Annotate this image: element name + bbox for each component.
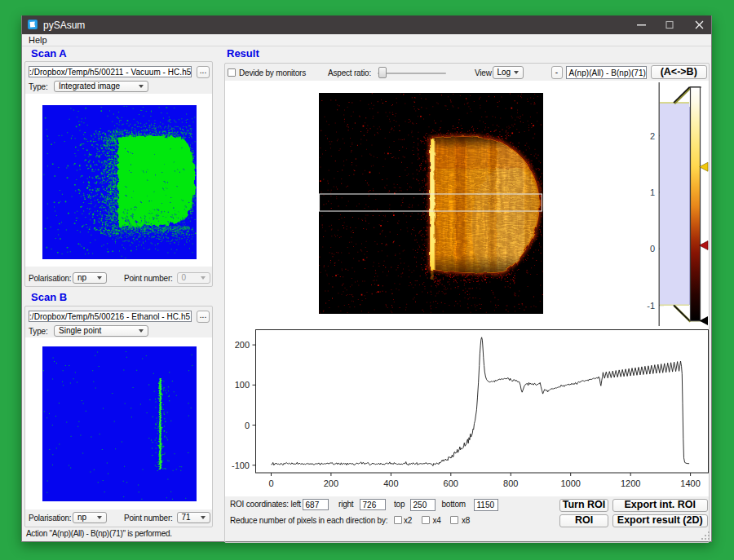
svg-text:800: 800 [503, 478, 518, 488]
svg-text:1400: 1400 [680, 478, 700, 488]
svg-text:1200: 1200 [621, 478, 640, 488]
svg-text:2: 2 [650, 131, 655, 141]
svg-text:1000: 1000 [560, 478, 580, 488]
svg-text:1: 1 [650, 187, 655, 197]
svg-text:600: 600 [444, 478, 458, 488]
svg-text:100: 100 [235, 380, 250, 390]
svg-text:0: 0 [650, 244, 655, 254]
svg-text:-1: -1 [647, 301, 655, 311]
svg-text:0: 0 [268, 478, 273, 488]
svg-text:200: 200 [324, 478, 338, 488]
svg-text:400: 400 [383, 478, 398, 488]
svg-text:200: 200 [235, 340, 250, 350]
svg-text:0: 0 [245, 421, 250, 430]
svg-text:-100: -100 [232, 461, 250, 470]
